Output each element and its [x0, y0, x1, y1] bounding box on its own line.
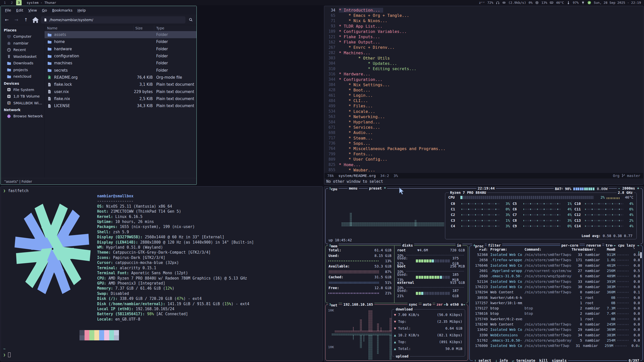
process-row-178248[interactable]: 178248Web Content/nix/store/sm8fmrf3wps4… [470, 322, 642, 327]
org-heading-line[interactable]: 310 * Editing secrets... [324, 66, 643, 71]
preset-button[interactable]: preset * [368, 186, 387, 191]
process-row-52368[interactable]: 52368Isolated Web Co/nix/store/sm8fmrf3w… [470, 252, 642, 257]
sidebar-item-browse-network[interactable]: Browse Network [1, 113, 44, 120]
org-heading-line[interactable]: 65 * Emacs + Org + Tangle... [324, 13, 643, 18]
org-heading-line[interactable]: 304 * Updates... [324, 61, 643, 66]
org-heading-line[interactable]: 764 * Miscellaneous Packages and Program… [324, 146, 643, 151]
menu-button[interactable]: menu [348, 186, 359, 191]
io-toggle[interactable]: io [456, 243, 462, 248]
search-button[interactable] [187, 16, 194, 23]
org-heading-line[interactable]: 93* TLDR App List... [324, 24, 643, 29]
column-type[interactable]: Type [154, 25, 196, 31]
org-heading-line[interactable]: 809 * User Config... [324, 157, 643, 162]
workspace-button-3[interactable]: 3 [16, 0, 22, 5]
process-row-52134[interactable]: 52134Isolated Web Co/nix/store/sm8fmrf3w… [470, 279, 642, 284]
tab-cpu[interactable]: 1cpu [328, 186, 339, 192]
process-row-2601[interactable]: 2601.Hyprland-wrapp/run/current-system/s… [470, 268, 642, 274]
org-heading-line[interactable]: 109* Configuration Variables... [324, 29, 643, 34]
sidebar-item-1-0-tb-volume[interactable]: 1,0 TB Volume [1, 93, 44, 100]
org-heading-line[interactable]: 698 * Audio... [324, 130, 643, 135]
proc-per-core-toggle[interactable]: per-core [560, 243, 580, 248]
org-heading-line[interactable]: 282* Machines... [324, 50, 643, 56]
shell-prompt[interactable]: ❯ [3, 352, 11, 357]
proc-action-info[interactable]: ↓ info [495, 358, 508, 362]
proc-scrollbar[interactable] [640, 252, 642, 258]
up-button[interactable]: ↑ [22, 16, 30, 23]
file-row-user-nix[interactable]: user.nix229 bytesPlain text document [45, 88, 196, 95]
process-row-2658[interactable]: 2658.firefox-wrappe/nix/store/sm8fmrf3wp… [470, 257, 642, 263]
org-heading-line[interactable]: 799 * Fonts... [324, 151, 643, 157]
sidebar-item-projects[interactable]: projects [1, 67, 44, 73]
file-row-secrets[interactable]: secretsFolder [45, 67, 196, 74]
process-row-179127[interactable]: 179127btopbtop2nambiar7.3M0.0 [470, 306, 642, 311]
org-heading-line[interactable]: 736 * Sops... [324, 141, 643, 146]
menu-edit[interactable]: Edit [14, 8, 25, 13]
org-heading-line[interactable]: 717 * Steam... [324, 135, 643, 141]
sidebar-item-file-system[interactable]: File System [1, 86, 44, 93]
org-heading-line[interactable]: 825* Home... [324, 162, 643, 167]
process-row-178616[interactable]: 178616btopbtop2nambiar7.4M0.0 [470, 311, 642, 316]
process-row-176646[interactable]: 176646Isolated Web Co/nix/store/sm8fmrf3… [470, 263, 642, 268]
org-heading-line[interactable]: 121* Flake Inputs... [324, 34, 643, 39]
home-button[interactable] [31, 16, 39, 23]
disks-toggle[interactable]: disks [401, 243, 414, 248]
org-heading-line[interactable]: 671 * Services... [324, 125, 643, 130]
file-row-assets[interactable]: assetsFolder [45, 31, 196, 38]
org-heading-line[interactable]: 534 * Locale... [324, 109, 643, 114]
org-heading-line[interactable]: 499 * Files... [324, 103, 643, 109]
proc-action-signals[interactable]: signals [552, 358, 567, 362]
org-buffer[interactable]: 34* Introduction...65 * Emacs + Org + Ta… [324, 6, 643, 173]
terminal-window[interactable]: ❯fastfetch nambiar@smallbox-------------… [1, 186, 323, 361]
org-heading-line[interactable]: 316* Hardware... [324, 71, 643, 77]
file-row-license[interactable]: LICENSE34,3 KiBPlain text document [45, 102, 196, 109]
forward-button[interactable]: → [12, 16, 20, 23]
org-heading-line[interactable]: 267 * Envrc + Direnv... [324, 45, 643, 50]
process-row-177257[interactable]: 177257kworker/10:1-mm_1root0B0.0 [470, 300, 642, 306]
sidebar-item-downloads[interactable]: Downloads [1, 60, 44, 67]
workspace-button-1[interactable]: 1 [2, 0, 8, 5]
net-sync-button[interactable]: sync [408, 302, 419, 307]
net-interface-switcher[interactable]: ←b eth0 n→ [443, 302, 466, 307]
menu-view[interactable]: View [26, 8, 39, 13]
net-auto-button[interactable]: auto [422, 302, 433, 307]
sidebar-item-computer[interactable]: Computer [1, 33, 44, 40]
process-row-176000[interactable]: 176000Isolated Web Co/nix/store/sm8fmrf3… [470, 343, 642, 348]
proc-sort-selector[interactable]: ← cpu lazy → [613, 243, 640, 248]
menu-bookmarks[interactable]: Bookmarks [50, 8, 75, 13]
proc-action-select[interactable]: ↑ select [474, 358, 491, 362]
process-row-175749[interactable]: 175749kworker/6:2-even1root0B0.0 [470, 316, 642, 322]
sidebar-item-wastebasket[interactable]: Wastebasket [1, 53, 44, 60]
proc-action-kill[interactable]: kill [539, 358, 548, 362]
org-heading-line[interactable]: 484 * CLI... [324, 98, 643, 103]
sidebar-item-nextcloud[interactable]: nextcloud [1, 73, 44, 80]
process-row-2660[interactable]: 2660.emacs-31.0.50-/nix/store/wnqz5pa8ra… [470, 274, 642, 279]
org-heading-line[interactable]: 563 * Networking... [324, 114, 643, 119]
org-heading-line[interactable]: 384 * Nix Settings... [324, 82, 643, 87]
back-button[interactable]: ← [3, 16, 11, 23]
org-heading-line[interactable]: 71 * Nix & Nixos... [324, 18, 643, 23]
proc-filter-button[interactable]: filter [487, 243, 502, 248]
column-size[interactable]: Size [134, 25, 154, 31]
process-row-178294[interactable]: 178294Web Content/nix/store/sm8fmrf3wps4… [470, 290, 642, 295]
tab-proc[interactable]: 4proc [472, 243, 485, 249]
menu-file[interactable]: File [3, 8, 13, 13]
menu-go[interactable]: Go [40, 8, 49, 13]
menu-help[interactable]: Help [75, 8, 88, 13]
process-row-51762[interactable]: 51762.emacs-31.0.50-/nix/store/wnqz5pa8r… [470, 338, 642, 343]
tab-net[interactable]: 3net [328, 302, 339, 308]
column-name[interactable]: Name [45, 25, 134, 31]
org-heading-line[interactable]: 34* Introduction... [324, 8, 643, 13]
file-row-home[interactable]: homeFolder [45, 38, 196, 45]
process-row-176223[interactable]: 176223Isolated Web Co/nix/store/sm8fmrf3… [470, 284, 642, 290]
process-row-13642[interactable]: 13642Isolated Web Co/nix/store/sm8fmrf3w… [470, 327, 642, 332]
file-row-configuration[interactable]: configurationFolder [45, 53, 196, 60]
sidebar-item-nambiar[interactable]: nambiar [1, 40, 44, 47]
workspace-button-2[interactable]: 2 [9, 0, 15, 5]
file-row-readme-org[interactable]: README.org76,4 KiBOrg-mode file [45, 74, 196, 81]
file-row-hardware[interactable]: hardwareFolder [45, 46, 196, 53]
proc-reverse-toggle[interactable]: reverse [585, 243, 602, 248]
file-row-flake-lock[interactable]: flake.lock3,1 KiBPlain text document [45, 81, 196, 88]
org-heading-line[interactable]: 162* Flake Output... [324, 39, 643, 45]
org-heading-line[interactable]: 428 * Boot... [324, 87, 643, 93]
org-heading-line[interactable]: 584 * Hyprland... [324, 119, 643, 125]
